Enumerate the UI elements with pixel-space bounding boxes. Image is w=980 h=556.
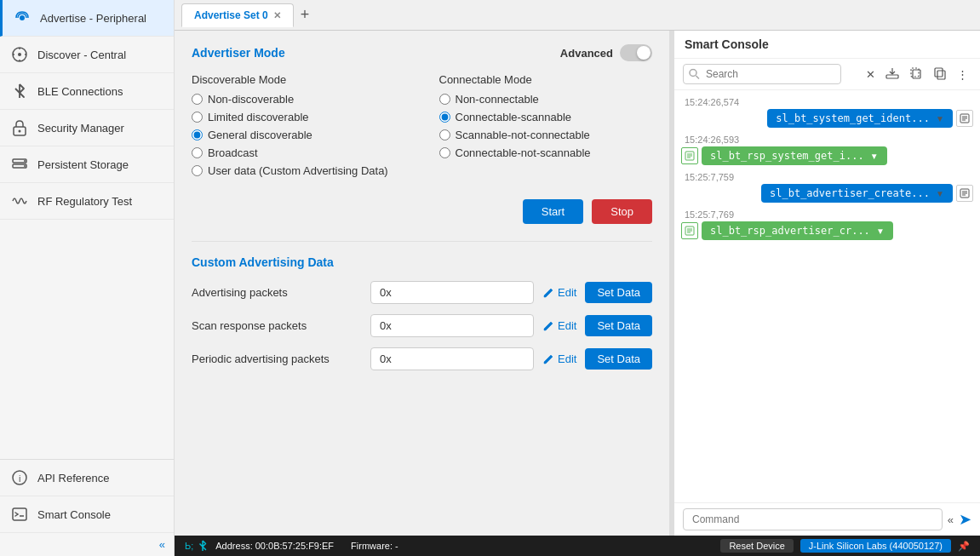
radio-connectable-scannable[interactable]: Connectable-scannable bbox=[439, 111, 653, 123]
sidebar-item-rf-regulatory-test[interactable]: RF Regulatory Test bbox=[0, 183, 174, 220]
console-copy-all-button[interactable] bbox=[930, 65, 950, 84]
sidebar-item-label: Advertise - Peripheral bbox=[40, 12, 146, 25]
jlink-button[interactable]: J-Link Silicon Labs (440050127) bbox=[800, 539, 951, 553]
sidebar-item-discover-central[interactable]: Discover - Central bbox=[0, 37, 174, 73]
console-message-4: 15:25:7,769 sl_bt_rsp_advertiser_cr... ▼ bbox=[681, 209, 973, 240]
msg-icon-4[interactable] bbox=[681, 222, 698, 239]
console-command-input[interactable] bbox=[683, 508, 943, 530]
console-more-button[interactable]: ⋮ bbox=[954, 66, 971, 83]
start-stop-button-row: Start Stop bbox=[192, 199, 652, 224]
tab-add-button[interactable]: + bbox=[295, 4, 315, 26]
msg-tag-3[interactable]: sl_bt_advertiser_create... ▼ bbox=[761, 184, 953, 203]
scan-response-packets-input[interactable] bbox=[370, 314, 534, 337]
console-clear-button[interactable]: ✕ bbox=[863, 66, 879, 83]
sidebar-item-api-reference[interactable]: i API Reference bbox=[0, 460, 174, 496]
console-message-1: 15:24:26,574 sl_bt_system_get_ident... ▼ bbox=[681, 97, 973, 128]
tab-label: Advertise Set 0 bbox=[194, 9, 268, 21]
sidebar-item-persistent-storage[interactable]: Persistent Storage bbox=[0, 146, 174, 183]
console-message-3: 15:25:7,759 sl_bt_advertiser_create... ▼ bbox=[681, 172, 973, 203]
custom-advertising-data-section: Custom Advertising Data Advertising pack… bbox=[192, 241, 652, 370]
advertiser-mode-section-header: Advertiser Mode Advanced bbox=[192, 44, 652, 61]
radio-scannable-not-connectable[interactable]: Scannable-not-connectable bbox=[439, 129, 653, 141]
discover-icon bbox=[10, 45, 29, 64]
msg-icon-3[interactable] bbox=[956, 185, 973, 202]
console-collapse-button[interactable]: « bbox=[948, 513, 954, 526]
svg-text:i: i bbox=[19, 473, 20, 484]
radio-limited-discoverable[interactable]: Limited discoverable bbox=[192, 111, 405, 123]
periodic-advertising-packets-set-data-button[interactable]: Set Data bbox=[585, 348, 652, 370]
radio-non-discoverable[interactable]: Non-discoverable bbox=[192, 93, 405, 106]
advertising-packets-row: Advertising packets Edit Set Data bbox=[192, 281, 652, 304]
status-firmware: Firmware: - bbox=[351, 541, 398, 551]
advertising-packets-input[interactable] bbox=[370, 281, 534, 304]
console-send-button[interactable]: ➤ bbox=[959, 510, 971, 529]
scan-response-packets-set-data-button[interactable]: Set Data bbox=[585, 315, 652, 336]
radio-broadcast[interactable]: Broadcast bbox=[192, 146, 405, 159]
radio-general-discoverable[interactable]: General discoverable bbox=[192, 129, 405, 141]
msg-tag-4[interactable]: sl_bt_rsp_advertiser_cr... ▼ bbox=[702, 221, 893, 240]
sidebar: Advertise - Peripheral Discover - Centra… bbox=[0, 0, 175, 556]
sidebar-collapse-button[interactable]: « bbox=[0, 533, 174, 556]
advanced-toggle-row[interactable]: Advanced bbox=[560, 44, 652, 61]
ble-bluetooth-icon: Ь; bbox=[185, 541, 193, 551]
sidebar-item-security-manager[interactable]: Security Manager bbox=[0, 110, 174, 146]
svg-rect-23 bbox=[937, 71, 945, 79]
lock-icon bbox=[10, 118, 29, 137]
sidebar-item-label: Discover - Central bbox=[37, 49, 126, 61]
svg-rect-15 bbox=[13, 508, 26, 520]
periodic-advertising-packets-input[interactable] bbox=[370, 347, 534, 370]
smart-console-title: Smart Console bbox=[674, 31, 980, 59]
status-firmware-text: Firmware: - bbox=[351, 541, 398, 551]
msg-tag-2[interactable]: sl_bt_rsp_system_get_i... ▼ bbox=[702, 146, 887, 165]
msg-icon-1[interactable] bbox=[956, 110, 973, 127]
console-toolbar: ✕ ⋮ bbox=[674, 59, 980, 90]
radio-user-data[interactable]: User data (Custom Advertising Data) bbox=[192, 164, 405, 177]
sidebar-item-label: API Reference bbox=[37, 472, 110, 484]
console-copy-button[interactable] bbox=[906, 65, 926, 84]
msg-arrow-3[interactable]: ▼ bbox=[936, 189, 944, 198]
scan-response-packets-row: Scan response packets Edit Set Data bbox=[192, 314, 652, 337]
sidebar-item-smart-console[interactable]: Smart Console bbox=[0, 496, 174, 533]
connectable-mode-column: Connectable Mode Non-connectable Connect… bbox=[439, 73, 653, 182]
sidebar-item-label: Persistent Storage bbox=[37, 158, 129, 171]
tab-close-button[interactable]: ✕ bbox=[273, 10, 281, 21]
msg-timestamp-2: 15:24:26,593 bbox=[681, 135, 973, 145]
periodic-advertising-packets-row: Periodic advertising packets Edit Set Da… bbox=[192, 347, 652, 370]
msg-arrow-2[interactable]: ▼ bbox=[870, 152, 879, 161]
sidebar-item-advertise-peripheral[interactable]: Advertise - Peripheral bbox=[0, 0, 174, 37]
stop-button[interactable]: Stop bbox=[592, 199, 652, 224]
status-ble-address: Ь; Address: 00:0B:57:25:F9:EF bbox=[185, 540, 334, 552]
advertising-packets-set-data-button[interactable]: Set Data bbox=[585, 282, 652, 303]
msg-bubble-1: sl_bt_system_get_ident... ▼ bbox=[681, 109, 973, 128]
status-bluetooth-icon bbox=[197, 540, 209, 552]
msg-timestamp-1: 15:24:26,574 bbox=[681, 97, 973, 107]
tab-advertise-set-0[interactable]: Advertise Set 0 ✕ bbox=[181, 3, 294, 27]
sidebar-item-label: BLE Connections bbox=[37, 85, 123, 98]
console-input-row: « ➤ bbox=[674, 502, 980, 536]
discoverable-mode-column: Discoverable Mode Non-discoverable Limit… bbox=[192, 73, 405, 182]
msg-arrow-4[interactable]: ▼ bbox=[876, 226, 885, 236]
start-button[interactable]: Start bbox=[523, 199, 583, 224]
console-icon bbox=[10, 505, 29, 524]
radio-connectable-not-scannable[interactable]: Connectable-not-scannable bbox=[439, 146, 653, 159]
advertising-packets-edit-button[interactable]: Edit bbox=[542, 286, 576, 299]
msg-arrow-1[interactable]: ▼ bbox=[936, 114, 944, 123]
status-right-section: Reset Device J-Link Silicon Labs (440050… bbox=[720, 539, 970, 553]
radio-non-connectable[interactable]: Non-connectable bbox=[439, 93, 653, 106]
connectable-mode-title: Connectable Mode bbox=[439, 73, 653, 86]
custom-advertising-data-header: Custom Advertising Data bbox=[192, 255, 652, 269]
main-scroll-area: Advertiser Mode Advanced Discoverable Mo… bbox=[175, 31, 669, 536]
reset-device-button[interactable]: Reset Device bbox=[720, 539, 793, 553]
console-export-button[interactable] bbox=[882, 65, 903, 84]
sidebar-item-ble-connections[interactable]: BLE Connections bbox=[0, 73, 174, 110]
periodic-advertising-packets-edit-button[interactable]: Edit bbox=[542, 353, 576, 365]
console-search-input[interactable] bbox=[683, 64, 841, 84]
advanced-toggle[interactable] bbox=[620, 44, 652, 61]
msg-tag-1[interactable]: sl_bt_system_get_ident... ▼ bbox=[767, 109, 953, 128]
console-message-2: 15:24:26,593 sl_bt_rsp_system_get_i... ▼ bbox=[681, 135, 973, 165]
bluetooth-icon bbox=[10, 82, 29, 100]
svg-rect-22 bbox=[935, 68, 943, 77]
msg-icon-2[interactable] bbox=[681, 147, 698, 164]
scan-response-packets-edit-button[interactable]: Edit bbox=[542, 319, 576, 332]
radio-icon bbox=[13, 9, 32, 27]
